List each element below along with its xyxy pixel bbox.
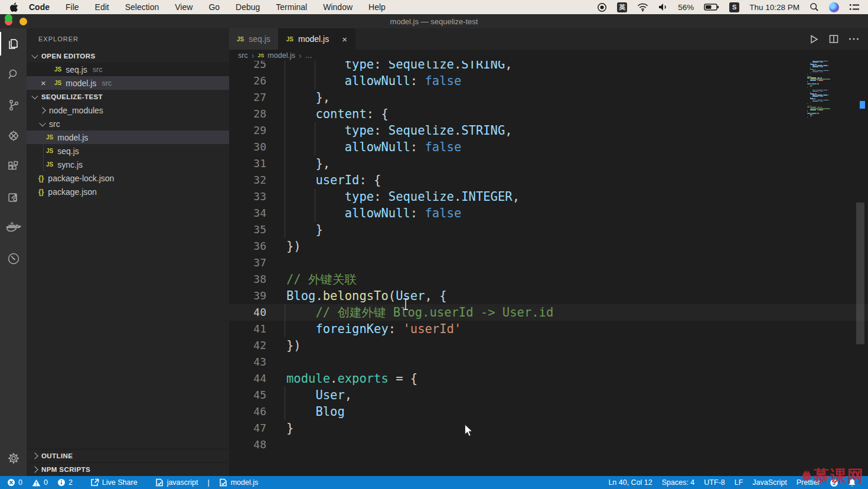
- line-number[interactable]: 38: [229, 271, 266, 288]
- more-actions-button[interactable]: [847, 32, 861, 46]
- code-line-40[interactable]: 40 // 创建外键 Blog.userId -> User.id: [229, 304, 868, 321]
- status-encoding[interactable]: UTF-8: [699, 476, 729, 489]
- breadcrumb-item[interactable]: src: [238, 51, 248, 60]
- line-number[interactable]: 32: [229, 172, 266, 188]
- line-number[interactable]: 29: [229, 122, 266, 139]
- tab-model.js[interactable]: JS model.js ×: [279, 28, 355, 50]
- split-editor-button[interactable]: [827, 32, 841, 46]
- code-line-28[interactable]: 28 content: {: [229, 106, 868, 122]
- menu-terminal[interactable]: Terminal: [276, 2, 307, 12]
- code-line-29[interactable]: 29 type: Sequelize.STRING,: [229, 122, 868, 139]
- activity-share-extension-icon[interactable]: [0, 182, 27, 213]
- wifi-icon[interactable]: [637, 3, 648, 12]
- line-number[interactable]: 35: [229, 221, 266, 238]
- code-line-33[interactable]: 33 type: Sequelize.INTEGER,: [229, 188, 868, 205]
- line-number[interactable]: 27: [229, 89, 266, 106]
- code-line-45[interactable]: 45 User,: [229, 387, 868, 403]
- activity-gauge-extension-icon[interactable]: [0, 243, 27, 274]
- activity-source-control-icon[interactable]: [0, 90, 27, 120]
- line-number[interactable]: 30: [229, 139, 266, 155]
- status-language-mode[interactable]: JavaScript: [748, 476, 791, 489]
- line-number[interactable]: 48: [229, 436, 266, 453]
- code-line-43[interactable]: 43: [229, 354, 868, 370]
- status-indentation[interactable]: Spaces: 4: [657, 476, 700, 489]
- code-line-38[interactable]: 38 // 外键关联: [229, 271, 868, 288]
- close-editor-icon[interactable]: ×: [41, 78, 46, 88]
- status-cursor-position[interactable]: Ln 40, Col 12: [603, 476, 657, 489]
- code-editor[interactable]: 25 type: Sequelize.STRING, 26 allowNull:…: [229, 56, 868, 476]
- activity-settings-gear-icon[interactable]: [0, 443, 27, 474]
- code-line-44[interactable]: 44 module.exports = {: [229, 370, 868, 387]
- tree-item-package.json[interactable]: {}package.json: [27, 185, 229, 198]
- vertical-scrollbar[interactable]: [856, 203, 864, 344]
- activity-debug-icon[interactable]: [0, 120, 27, 151]
- breadcrumb-item[interactable]: …: [305, 51, 313, 60]
- status-linter-file[interactable]: model.js: [214, 476, 263, 489]
- tree-item-seq.js[interactable]: JSseq.jssrc: [27, 63, 229, 76]
- apple-menu-icon[interactable]: [9, 2, 18, 12]
- line-number[interactable]: 39: [229, 288, 266, 304]
- line-number[interactable]: 47: [229, 420, 266, 436]
- line-number[interactable]: 45: [229, 387, 266, 403]
- code-line-46[interactable]: 46 Blog: [229, 403, 868, 420]
- breadcrumb-item[interactable]: model.js: [267, 51, 295, 60]
- line-number[interactable]: 33: [229, 188, 266, 205]
- status-problems-info[interactable]: 2: [53, 476, 77, 489]
- tree-item-node_modules[interactable]: node_modules: [27, 103, 229, 117]
- tree-item-seq.js[interactable]: JSseq.js: [27, 144, 229, 158]
- tab-seq.js[interactable]: JS seq.js: [229, 28, 279, 50]
- notification-center-icon[interactable]: [849, 3, 860, 11]
- line-number[interactable]: 34: [229, 205, 266, 221]
- siri-icon[interactable]: [829, 2, 839, 12]
- battery-icon[interactable]: [704, 4, 719, 11]
- status-problems-warnings[interactable]: 0: [27, 476, 53, 489]
- menu-debug[interactable]: Debug: [236, 2, 260, 12]
- input-language-icon[interactable]: 英: [617, 2, 627, 12]
- code-line-27[interactable]: 27 },: [229, 89, 868, 106]
- code-line-37[interactable]: 37: [229, 255, 868, 271]
- line-number[interactable]: 43: [229, 354, 266, 370]
- status-linter-separator[interactable]: |: [203, 476, 214, 489]
- close-tab-icon[interactable]: ×: [342, 34, 347, 44]
- volume-icon[interactable]: [658, 3, 668, 11]
- tree-item-model.js[interactable]: ×JSmodel.jssrc: [27, 76, 229, 90]
- tree-item-src[interactable]: src: [27, 117, 229, 131]
- status-eol-sequence[interactable]: LF: [730, 476, 748, 489]
- zoom-window-button[interactable]: [5, 14, 12, 22]
- line-number[interactable]: 44: [229, 370, 266, 387]
- tree-item-OPEN EDITORS[interactable]: OPEN EDITORS: [27, 49, 229, 63]
- code-line-42[interactable]: 42 }): [229, 337, 868, 354]
- activity-docker-icon[interactable]: [0, 213, 27, 243]
- tree-item-sync.js[interactable]: JSsync.js: [27, 158, 229, 171]
- sogou-input-icon[interactable]: S: [729, 2, 739, 12]
- menu-edit[interactable]: Edit: [95, 2, 109, 12]
- run-button[interactable]: [807, 32, 821, 46]
- minimize-window-button[interactable]: [19, 18, 27, 25]
- menu-file[interactable]: File: [66, 2, 79, 12]
- activity-explorer-icon[interactable]: [0, 28, 27, 59]
- status-linter-language[interactable]: javascript: [151, 476, 203, 489]
- menu-code[interactable]: Code: [29, 2, 50, 12]
- line-number[interactable]: 40: [229, 304, 266, 321]
- code-line-39[interactable]: 39 Blog.belongsTo(User, {: [229, 288, 868, 304]
- menu-selection[interactable]: Selection: [125, 2, 159, 12]
- minimap[interactable]: [806, 60, 857, 119]
- menu-help[interactable]: Help: [368, 2, 386, 12]
- menu-go[interactable]: Go: [208, 2, 220, 12]
- code-line-32[interactable]: 32 userId: {: [229, 172, 868, 188]
- status-live-share[interactable]: Live Share: [86, 476, 142, 489]
- code-line-47[interactable]: 47 }: [229, 420, 868, 436]
- code-line-34[interactable]: 34 allowNull: false: [229, 205, 868, 221]
- tree-item-SEQUELIZE-TEST[interactable]: SEQUELIZE-TEST: [27, 90, 229, 103]
- line-number[interactable]: 26: [229, 73, 266, 89]
- code-line-41[interactable]: 41 foreignKey: 'userId': [229, 321, 868, 337]
- tree-item-package-lock.json[interactable]: {}package-lock.json: [27, 171, 229, 185]
- breadcrumb[interactable]: src›JSmodel.js›…: [229, 50, 868, 61]
- tree-item-model.js[interactable]: JSmodel.js: [27, 131, 229, 144]
- line-number[interactable]: 31: [229, 155, 266, 172]
- line-number[interactable]: 36: [229, 238, 266, 255]
- section-npm-scripts[interactable]: NPM SCRIPTS: [27, 462, 229, 476]
- menu-window[interactable]: Window: [323, 2, 353, 12]
- code-line-30[interactable]: 30 allowNull: false: [229, 139, 868, 155]
- code-line-36[interactable]: 36 }): [229, 238, 868, 255]
